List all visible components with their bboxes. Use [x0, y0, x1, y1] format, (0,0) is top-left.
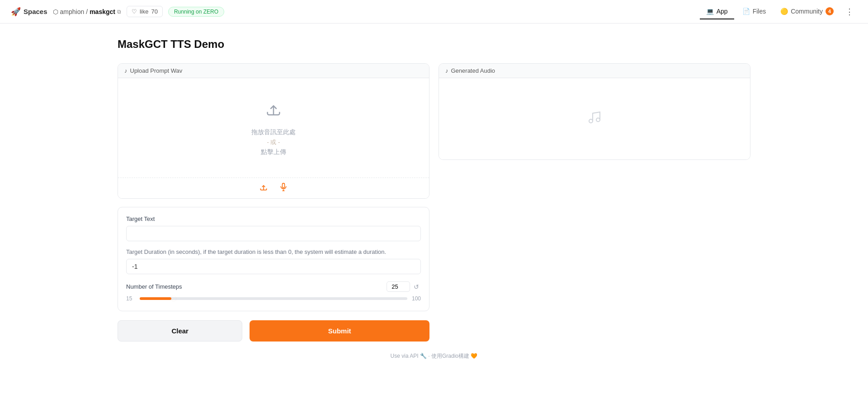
left-panel: ♪ Upload Prompt Wav 拖放音訊至此處 - 或 - 點擊上傳	[118, 63, 429, 342]
app-icon: 💻	[706, 8, 714, 15]
or-text: - 或 -	[267, 138, 280, 146]
target-text-label: Target Text	[126, 215, 421, 222]
community-count: 4	[826, 7, 834, 15]
timesteps-number-input[interactable]	[387, 281, 410, 292]
upload-dropzone[interactable]: 拖放音訊至此處 - 或 - 點擊上傳	[118, 78, 429, 178]
repo-separator: /	[86, 8, 88, 15]
drop-text: 拖放音訊至此處	[251, 128, 296, 136]
repo-name[interactable]: maskgct	[90, 8, 115, 15]
tab-community-label: Community	[791, 8, 823, 15]
upload-panel: ♪ Upload Prompt Wav 拖放音訊至此處 - 或 - 點擊上傳	[118, 63, 429, 199]
repo-author[interactable]: amphion	[60, 8, 85, 15]
spaces-logo[interactable]: 🚀 Spaces	[11, 7, 47, 17]
generated-note-icon: ♪	[445, 67, 448, 74]
footer: Use via API 🔧 · 使用Gradio構建 🧡	[118, 342, 750, 365]
like-icon: ♡	[132, 8, 137, 15]
timesteps-reset-icon[interactable]: ↺	[412, 282, 421, 291]
main-grid: ♪ Upload Prompt Wav 拖放音訊至此處 - 或 - 點擊上傳	[118, 63, 750, 342]
tab-files-label: Files	[753, 8, 766, 15]
spaces-label: Spaces	[24, 8, 47, 15]
timesteps-input-wrap: ↺	[387, 281, 421, 292]
generated-panel: ♪ Generated Audio	[439, 63, 750, 160]
generated-body	[439, 78, 750, 159]
header-left: 🚀 Spaces ⬡ amphion / maskgct ⧉ ♡ like 70…	[11, 6, 224, 17]
microphone-icon[interactable]	[279, 182, 288, 194]
repo-path: ⬡ amphion / maskgct ⧉	[53, 8, 121, 15]
slider-max-label: 100	[412, 295, 421, 302]
svg-rect-2	[283, 183, 285, 188]
page-content: MaskGCT TTS Demo ♪ Upload Prompt Wav	[99, 23, 769, 393]
timesteps-label: Number of Timesteps	[126, 283, 182, 290]
generated-panel-label: ♪ Generated Audio	[439, 64, 750, 78]
upload-note-icon: ♪	[124, 67, 127, 74]
upload-panel-label: ♪ Upload Prompt Wav	[118, 64, 429, 78]
svg-point-5	[589, 119, 593, 123]
footer-gradio-text: 使用Gradio構建	[431, 353, 469, 359]
header-right: 💻 App 📄 Files 🟡 Community 4 ⋮	[700, 4, 857, 20]
duration-label: Target Duration (in seconds), if the tar…	[126, 248, 421, 255]
tab-files[interactable]: 📄 Files	[736, 4, 773, 19]
footer-gradio-icon: 🧡	[471, 353, 477, 359]
community-icon: 🟡	[780, 8, 788, 15]
like-label: like	[140, 8, 149, 15]
timesteps-slider[interactable]	[140, 295, 407, 302]
target-text-input[interactable]	[126, 226, 421, 241]
tab-app[interactable]: 💻 App	[700, 4, 734, 19]
like-count: 70	[151, 8, 157, 15]
footer-api-icon: 🔧	[420, 353, 428, 359]
files-icon: 📄	[742, 8, 750, 15]
submit-button[interactable]: Submit	[250, 320, 429, 342]
svg-point-6	[596, 118, 600, 122]
copy-icon[interactable]: ⧉	[117, 9, 121, 15]
more-button[interactable]: ⋮	[842, 5, 857, 19]
clear-button[interactable]: Clear	[118, 320, 242, 342]
tab-app-label: App	[717, 8, 728, 15]
running-badge: Running on ZERO	[168, 7, 224, 17]
form-section: Target Text Target Duration (in seconds)…	[118, 207, 429, 311]
click-text: 點擊上傳	[261, 148, 286, 156]
slider-wrap	[140, 297, 407, 300]
slider-row: 15 100	[126, 295, 421, 302]
upload-file-icon[interactable]	[259, 182, 268, 194]
tab-community[interactable]: 🟡 Community 4	[774, 4, 840, 20]
footer-separator: ·	[428, 353, 429, 359]
footer-api-text: Use via API	[391, 353, 419, 359]
upload-arrow-icon	[264, 100, 283, 122]
like-button[interactable]: ♡ like 70	[127, 6, 163, 17]
page-title: MaskGCT TTS Demo	[118, 38, 750, 51]
header: 🚀 Spaces ⬡ amphion / maskgct ⧉ ♡ like 70…	[0, 0, 868, 23]
repo-icon: ⬡	[53, 8, 58, 15]
spaces-emoji: 🚀	[11, 7, 21, 17]
right-panel: ♪ Generated Audio	[439, 63, 750, 160]
action-row: Clear Submit	[118, 320, 429, 342]
timesteps-header: Number of Timesteps ↺	[126, 281, 421, 292]
generated-label-text: Generated Audio	[451, 67, 495, 74]
upload-toolbar	[118, 178, 429, 198]
slider-min-label: 15	[126, 295, 135, 302]
duration-input[interactable]	[126, 259, 421, 274]
upload-label-text: Upload Prompt Wav	[130, 67, 183, 74]
audio-placeholder-icon	[587, 110, 602, 128]
